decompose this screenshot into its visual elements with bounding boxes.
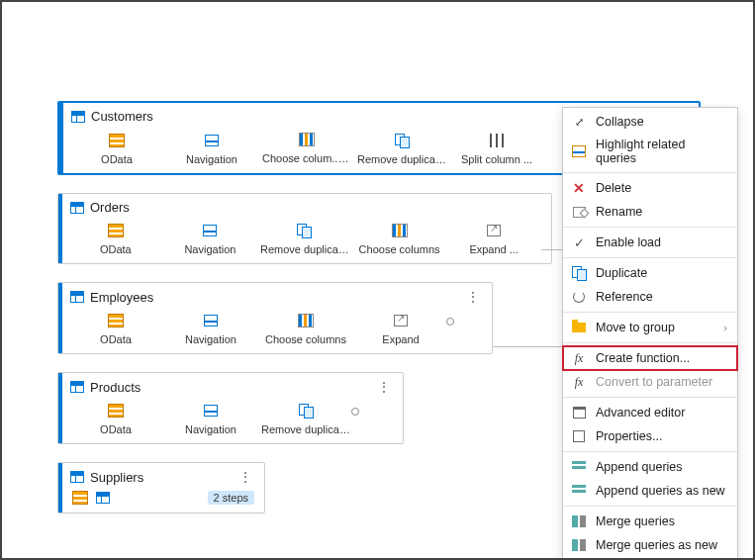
odata-icon — [108, 314, 124, 327]
menu-item-convert-to-parameter: fxConvert to parameter — [563, 370, 737, 394]
menu-item-duplicate[interactable]: Duplicate — [563, 261, 737, 285]
query-step[interactable]: OData — [68, 311, 163, 345]
menu-item-collapse[interactable]: ⤢Collapse — [563, 110, 737, 134]
steps-badge: 2 steps — [208, 491, 254, 505]
cols-icon — [299, 133, 315, 146]
check-icon: ✓ — [574, 235, 585, 250]
folder-icon — [572, 323, 586, 332]
query-step[interactable]: Choose colum...i — [259, 130, 354, 165]
query-step[interactable]: Remove duplicat... — [257, 221, 352, 255]
query-step[interactable]: Choose columns — [352, 221, 447, 255]
query-step[interactable]: Remove duplicat... — [258, 401, 353, 435]
menu-item-label: Advanced editor — [596, 406, 685, 420]
menu-item-label: Convert to parameter — [596, 375, 712, 389]
menu-item-properties[interactable]: Properties... — [563, 424, 737, 448]
fx-icon: fx — [575, 351, 584, 366]
query-step[interactable]: OData — [69, 131, 164, 165]
table-icon — [70, 381, 84, 393]
table-icon — [70, 202, 84, 214]
table-icon — [96, 492, 110, 504]
highlight-icon — [572, 145, 586, 157]
menu-separator — [563, 342, 737, 343]
odata-icon — [108, 404, 124, 418]
query-step[interactable]: OData — [68, 401, 163, 435]
menu-item-label: Reference — [596, 290, 653, 304]
menu-item-reference[interactable]: Reference — [563, 285, 737, 309]
menu-item-label: Create function... — [596, 351, 690, 365]
more-icon[interactable]: ⋮ — [374, 379, 395, 395]
collapse-icon: ⤢ — [575, 115, 584, 129]
dup-icon — [297, 224, 312, 237]
step-label: Expand ... — [469, 243, 519, 255]
table-icon — [70, 471, 84, 483]
query-step[interactable]: Remove duplicat... — [354, 131, 449, 165]
menu-item-create-function[interactable]: fxCreate function... — [563, 346, 737, 370]
menu-item-merge-queries-as-new[interactable]: Merge queries as new — [563, 533, 737, 557]
menu-item-move-to-group[interactable]: Move to group› — [563, 316, 737, 339]
more-icon[interactable]: ⋮ — [463, 289, 484, 305]
step-label: OData — [100, 243, 132, 255]
menu-item-highlight-related-queries[interactable]: Highlight related queries — [563, 134, 737, 169]
menu-item-enable-load[interactable]: ✓Enable load — [563, 231, 737, 254]
odata-icon — [72, 491, 88, 505]
step-label: Navigation — [184, 243, 236, 255]
query-card-products[interactable]: Products⋮ODataNavigationRemove duplicat.… — [57, 372, 404, 444]
dup-icon — [299, 404, 314, 418]
menu-item-advanced-editor[interactable]: Advanced editor — [563, 401, 737, 424]
query-step[interactable]: Expand — [353, 311, 448, 345]
prop-icon — [573, 430, 585, 442]
step-label: Remove duplicat... — [357, 153, 446, 165]
merge-icon — [572, 539, 586, 551]
menu-item-append-queries-as-new[interactable]: Append queries as new — [563, 479, 737, 503]
query-step[interactable]: Navigation — [164, 131, 259, 165]
query-step[interactable]: OData — [68, 221, 163, 255]
step-label: Remove duplicat... — [260, 243, 349, 255]
menu-item-append-queries[interactable]: Append queries — [563, 455, 737, 479]
menu-item-label: Move to group — [596, 321, 675, 334]
menu-item-label: Highlight related queries — [596, 138, 727, 165]
query-step[interactable]: Navigation — [163, 401, 258, 435]
query-step[interactable]: Navigation — [163, 311, 258, 345]
odata-icon — [108, 224, 124, 237]
menu-item-label: Append queries — [596, 460, 683, 474]
info-icon[interactable]: i — [342, 154, 351, 165]
menu-item-label: Delete — [596, 181, 631, 195]
nav-icon — [204, 315, 218, 327]
rename-icon — [573, 207, 586, 218]
dup-icon — [572, 266, 587, 280]
step-label: Choose columns — [359, 243, 440, 255]
query-step[interactable]: Navigation — [163, 221, 258, 255]
menu-separator — [563, 312, 737, 313]
merge-icon — [572, 515, 586, 527]
menu-item-label: Collapse — [596, 115, 644, 129]
step-label: Navigation — [185, 423, 236, 435]
step-label: OData — [101, 153, 133, 165]
menu-item-merge-queries[interactable]: Merge queries — [563, 510, 737, 533]
step-label: Navigation — [185, 333, 236, 345]
menu-item-rename[interactable]: Rename — [563, 200, 737, 224]
expand-icon — [394, 315, 408, 327]
query-title: Suppliers — [90, 470, 143, 485]
expand-icon — [487, 225, 501, 236]
menu-item-delete[interactable]: ✕Delete — [563, 176, 737, 200]
split-icon — [490, 134, 504, 147]
query-step[interactable]: Split column ... — [449, 131, 544, 165]
cols-icon — [298, 314, 314, 327]
query-step[interactable]: Expand ... — [446, 221, 541, 255]
more-icon[interactable]: ⋮ — [236, 469, 256, 485]
step-label: OData — [100, 333, 132, 345]
menu-separator — [563, 451, 737, 452]
menu-item-label: Merge queries — [596, 514, 675, 528]
connector-dot — [351, 408, 359, 416]
query-title: Customers — [91, 109, 153, 124]
query-card-orders[interactable]: OrdersODataNavigationRemove duplicat...C… — [57, 193, 552, 264]
menu-separator — [563, 257, 737, 258]
append-icon — [572, 461, 586, 473]
query-card-suppliers[interactable]: Suppliers⋮2 steps — [57, 462, 265, 513]
connector-dot — [446, 318, 454, 326]
table-icon — [70, 291, 84, 303]
query-card-employees[interactable]: Employees⋮ODataNavigationChoose columnsE… — [57, 282, 493, 354]
adv-icon — [573, 407, 586, 419]
query-step[interactable]: Choose columns — [258, 311, 353, 345]
chevron-right-icon: › — [723, 322, 727, 333]
